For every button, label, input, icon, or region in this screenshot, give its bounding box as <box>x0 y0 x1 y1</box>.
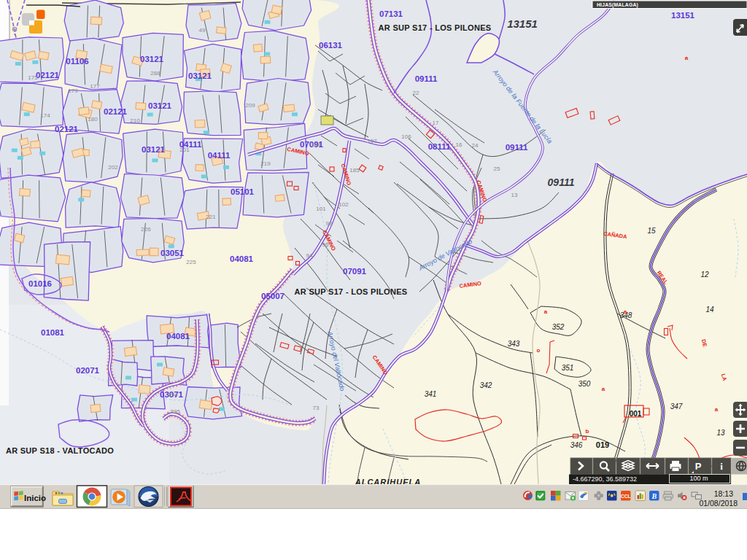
svg-text:219: 219 <box>260 160 271 167</box>
svg-text:ALCARIHUELA: ALCARIHUELA <box>355 478 421 484</box>
svg-text:175: 175 <box>28 74 38 81</box>
svg-text:106: 106 <box>401 133 411 140</box>
svg-text:13: 13 <box>716 429 725 437</box>
svg-text:03051: 03051 <box>160 249 185 257</box>
svg-text:343: 343 <box>508 340 520 348</box>
svg-text:13151: 13151 <box>507 18 538 30</box>
svg-text:03121: 03121 <box>148 101 172 110</box>
svg-text:13: 13 <box>511 192 518 198</box>
svg-text:17: 17 <box>433 120 439 126</box>
svg-text:AR SUP S18 - VALTOCADO: AR SUP S18 - VALTOCADO <box>6 446 114 455</box>
svg-text:a: a <box>715 406 719 413</box>
svg-text:08111: 08111 <box>428 142 451 151</box>
svg-text:226: 226 <box>141 226 151 233</box>
svg-text:B: B <box>651 492 657 500</box>
svg-text:295: 295 <box>170 408 180 415</box>
svg-text:07091: 07091 <box>343 267 367 276</box>
svg-text:174: 174 <box>40 112 50 119</box>
svg-text:15: 15 <box>647 227 656 235</box>
svg-text:342: 342 <box>480 381 492 389</box>
svg-text:AR SUP S17 - LOS PILONES: AR SUP S17 - LOS PILONES <box>379 23 492 32</box>
svg-text:03121: 03121 <box>140 55 164 63</box>
svg-text:49: 49 <box>199 27 206 34</box>
svg-text:341: 341 <box>425 390 437 398</box>
svg-text:09111: 09111 <box>506 143 528 152</box>
svg-text:Inicio: Inicio <box>24 494 46 502</box>
svg-text:209: 209 <box>245 102 255 109</box>
svg-text:a: a <box>544 308 548 315</box>
svg-text:04081: 04081 <box>166 332 190 341</box>
svg-text:185: 185 <box>349 167 360 174</box>
svg-text:05007: 05007 <box>261 292 285 300</box>
svg-text:09111: 09111 <box>415 74 438 83</box>
svg-text:101: 101 <box>316 206 326 212</box>
svg-text:02071: 02071 <box>76 366 100 375</box>
svg-text:04111: 04111 <box>208 151 231 160</box>
svg-text:24: 24 <box>472 142 479 149</box>
svg-text:05101: 05101 <box>231 187 255 196</box>
svg-text:a: a <box>624 308 627 315</box>
svg-text:225: 225 <box>186 259 196 265</box>
svg-text:107: 107 <box>367 138 377 144</box>
svg-text:202: 202 <box>108 164 118 171</box>
svg-text:288: 288 <box>150 70 160 77</box>
svg-text:25: 25 <box>494 166 500 172</box>
svg-text:P: P <box>695 461 702 472</box>
svg-text:177: 177 <box>90 83 100 90</box>
svg-text:294: 294 <box>168 392 178 398</box>
svg-text:73: 73 <box>313 405 320 411</box>
svg-text:352: 352 <box>552 323 565 331</box>
svg-text:104: 104 <box>311 141 321 148</box>
svg-text:100 m: 100 m <box>689 475 708 482</box>
svg-text:07131: 07131 <box>379 9 403 18</box>
svg-text:03121: 03121 <box>188 71 212 80</box>
svg-text:02121: 02121 <box>55 125 79 133</box>
svg-text:01016: 01016 <box>28 279 52 288</box>
svg-text:96: 96 <box>322 241 329 248</box>
svg-text:i: i <box>720 461 723 472</box>
svg-text:22: 22 <box>413 90 419 96</box>
svg-text:221: 221 <box>206 214 216 220</box>
svg-text:AR SUP S17 - LOS PILONES: AR SUP S17 - LOS PILONES <box>295 287 408 296</box>
svg-text:001: 001 <box>630 410 642 418</box>
svg-text:HIJAS(MALAGA): HIJAS(MALAGA) <box>597 2 638 8</box>
svg-text:02121: 02121 <box>36 71 60 79</box>
svg-text:04081: 04081 <box>230 254 254 263</box>
svg-text:a: a <box>602 386 605 392</box>
svg-text:98: 98 <box>326 220 333 227</box>
svg-text:01081: 01081 <box>41 328 65 337</box>
svg-text:o: o <box>537 347 541 354</box>
svg-text:102: 102 <box>338 201 349 208</box>
svg-text:210: 210 <box>130 117 140 124</box>
svg-text:347: 347 <box>670 402 683 411</box>
svg-text:13151: 13151 <box>671 11 695 20</box>
svg-text:12: 12 <box>700 271 709 279</box>
svg-text:01/08/2018: 01/08/2018 <box>699 499 738 508</box>
svg-text:06131: 06131 <box>319 41 343 50</box>
svg-text:346: 346 <box>570 441 583 449</box>
svg-text:09111: 09111 <box>548 176 575 188</box>
svg-text:351: 351 <box>562 364 574 372</box>
svg-text:180: 180 <box>88 116 98 122</box>
svg-text:14: 14 <box>705 306 714 314</box>
svg-text:179: 179 <box>68 88 78 94</box>
svg-text:201: 201 <box>179 147 190 153</box>
svg-text:019: 019 <box>596 440 609 449</box>
svg-text:03121: 03121 <box>142 145 166 154</box>
svg-text:CCL: CCL <box>621 494 630 499</box>
svg-text:94: 94 <box>306 252 313 259</box>
svg-text:a: a <box>685 55 689 61</box>
svg-text:02121: 02121 <box>104 107 128 116</box>
svg-text:350: 350 <box>578 380 591 388</box>
svg-text:-4.667290, 36.589732: -4.667290, 36.589732 <box>573 475 637 483</box>
svg-text:b: b <box>586 428 589 435</box>
svg-text:16: 16 <box>456 141 462 148</box>
svg-text:01106: 01106 <box>66 57 88 66</box>
svg-text:18:13: 18:13 <box>714 489 733 498</box>
